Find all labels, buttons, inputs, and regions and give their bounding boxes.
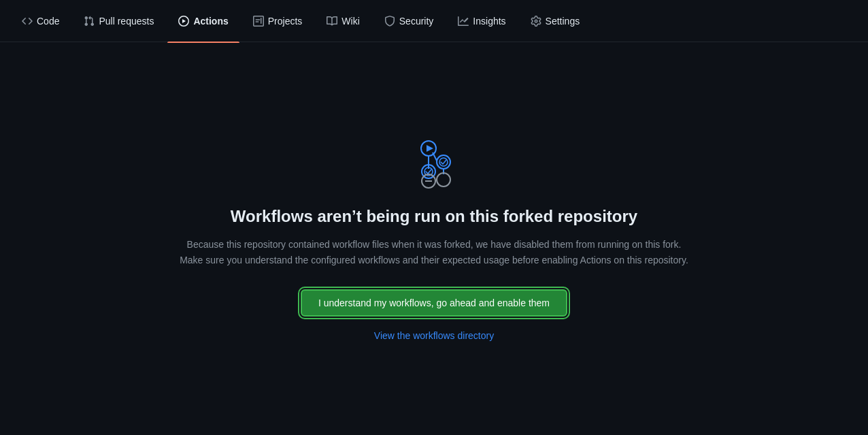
main-description: Because this repository contained workfl…	[176, 237, 692, 268]
nav-label-projects: Projects	[268, 16, 303, 27]
nav-label-wiki: Wiki	[341, 16, 359, 27]
nav-label-insights: Insights	[473, 16, 505, 27]
settings-icon	[531, 16, 541, 27]
projects-icon	[253, 16, 264, 27]
code-icon	[22, 16, 33, 27]
nav-item-wiki[interactable]: Wiki	[316, 0, 370, 42]
nav-label-code: Code	[37, 16, 59, 27]
nav-item-insights[interactable]: Insights	[447, 0, 516, 42]
nav-item-actions[interactable]: Actions	[167, 0, 239, 42]
workflow-illustration	[407, 136, 461, 191]
workflows-directory-link[interactable]: View the workflows directory	[374, 330, 494, 341]
svg-marker-1	[427, 145, 433, 152]
nav-item-code[interactable]: Code	[11, 0, 70, 42]
security-icon	[384, 16, 395, 27]
nav-item-pull-requests[interactable]: Pull requests	[73, 0, 165, 42]
enable-workflows-button[interactable]: I understand my workflows, go ahead and …	[301, 289, 567, 317]
nav-item-security[interactable]: Security	[373, 0, 445, 42]
svg-point-6	[437, 155, 450, 169]
actions-icon	[178, 16, 189, 27]
nav-bar: Code Pull requests Actions Projects	[0, 0, 868, 42]
insights-icon	[458, 16, 469, 27]
nav-item-settings[interactable]: Settings	[520, 0, 591, 42]
nav-label-pull-requests: Pull requests	[99, 16, 154, 27]
nav-label-actions: Actions	[193, 16, 228, 27]
wiki-icon	[327, 16, 337, 27]
nav-label-security: Security	[399, 16, 434, 27]
nav-item-projects[interactable]: Projects	[242, 0, 314, 42]
main-content: Workflows aren’t being run on this forke…	[0, 42, 868, 435]
main-title: Workflows aren’t being run on this forke…	[231, 207, 637, 226]
svg-point-11	[437, 173, 450, 187]
nav-label-settings: Settings	[546, 16, 580, 27]
pull-request-icon	[84, 16, 95, 27]
